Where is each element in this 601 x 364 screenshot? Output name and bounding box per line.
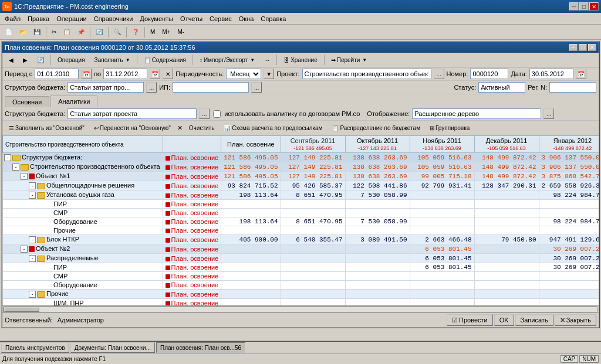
menu-windows[interactable]: Окна — [235, 14, 258, 23]
storage-btn[interactable]: 🗄 Хранение — [279, 54, 322, 66]
doc-restore-btn[interactable]: □ — [579, 44, 587, 51]
import-export-btn[interactable]: ↕ Импорт/Экспорт — [195, 54, 259, 66]
table-row[interactable]: ПИРПлан. освоение — [3, 200, 599, 209]
budget-struct-select-btn[interactable]: ... — [146, 82, 157, 93]
ip-input[interactable] — [173, 82, 249, 93]
periodicity-select[interactable]: Месяц — [226, 69, 261, 79]
expand-icon[interactable]: - — [29, 255, 36, 262]
table-row[interactable]: ПИРПлан. освоение6 053 801.4530 269 007.… — [3, 263, 599, 272]
toolbar-cut-btn[interactable]: ✂ — [49, 26, 59, 39]
post-btn[interactable]: ☑ Провести — [447, 314, 493, 326]
date-calendar-btn[interactable]: 📅 — [576, 69, 586, 79]
period-to-input[interactable] — [103, 69, 147, 79]
table-row[interactable]: -Установка осушки газаПлан. освоение198 … — [3, 190, 599, 200]
toolbar-refresh-btn[interactable]: 🔄 — [93, 26, 106, 39]
menu-reports[interactable]: Отчеты — [177, 14, 206, 23]
calc-scheme-btn[interactable]: 📊 Схема расчета по предпосылкам — [220, 122, 326, 134]
toolbar-m-btn[interactable]: M — [147, 26, 158, 39]
toolbar-open-btn[interactable]: 📂 — [16, 26, 29, 39]
fill-main-btn[interactable]: ☰ Заполнить из "Основной" — [5, 122, 89, 134]
table-row[interactable]: СМРПлан. освоение — [3, 272, 599, 281]
struct-budget-input[interactable] — [67, 108, 197, 119]
tab-analytics[interactable]: Аналитики — [50, 96, 97, 107]
minimize-btn[interactable]: ─ — [569, 2, 579, 11]
toolbar-search-btn[interactable]: 🔍 — [111, 26, 124, 39]
status-input[interactable] — [478, 82, 525, 93]
toolbar-help-btn[interactable]: ❓ — [129, 26, 142, 39]
toolbar-copy-btn[interactable]: 📋 — [60, 26, 73, 39]
table-row[interactable]: -Строительство производственного объекта… — [3, 162, 599, 172]
restore-btn[interactable]: □ — [579, 2, 589, 11]
arrow-btn[interactable]: → — [260, 54, 274, 66]
clear-btn[interactable]: Очистить — [185, 122, 219, 134]
table-row[interactable]: -Объект №2План. освоение6 053 801.4530 2… — [3, 244, 599, 254]
budget-dist-btn[interactable]: 📋 Распределение по бюджетам — [327, 122, 424, 134]
close-btn[interactable]: ✕ — [589, 2, 599, 11]
display-select-btn[interactable]: ... — [543, 108, 554, 119]
toolbar-m-minus-btn[interactable]: M- — [175, 26, 188, 39]
menu-documents[interactable]: Документы — [136, 14, 177, 23]
project-select-btn[interactable]: ... — [434, 69, 444, 79]
budget-struct-input[interactable] — [67, 82, 144, 93]
expand-icon[interactable]: - — [12, 164, 19, 171]
doc-close-btn[interactable]: ✕ — [588, 44, 596, 51]
table-row[interactable]: СМРПлан. освоение — [3, 209, 599, 217]
table-row[interactable]: Ш/М, ПНРПлан. освоение — [3, 299, 599, 306]
table-row[interactable]: -Структура бюджета:План. освоение121 586… — [3, 153, 599, 162]
table-row[interactable]: -Блок НТКРПлан. освоение405 900.006 540 … — [3, 235, 599, 244]
project-input[interactable] — [302, 69, 431, 79]
table-row[interactable]: ОборудованиеПлан. освоение198 113.648 65… — [3, 217, 599, 226]
close-btn[interactable]: ✕ Закрыть — [555, 314, 596, 326]
doc-controls[interactable]: ─ □ ✕ — [569, 44, 596, 51]
doc-forward-btn[interactable]: ▶ — [19, 54, 32, 66]
expand-icon[interactable]: - — [21, 173, 28, 180]
expand-icon[interactable]: - — [29, 236, 36, 243]
table-row[interactable]: ОборудованиеПлан. освоение — [3, 281, 599, 290]
number-input[interactable] — [470, 69, 508, 79]
tab-main[interactable]: Основная — [5, 96, 49, 107]
period-from-calendar-btn[interactable]: 📅 — [81, 69, 92, 79]
table-container[interactable]: Строительство производственного объекта … — [2, 135, 599, 305]
menu-file[interactable]: Файл — [1, 14, 24, 23]
title-controls[interactable]: ─ □ ✕ — [569, 2, 599, 11]
toolbar-save-btn[interactable]: 💾 — [31, 26, 43, 39]
doc-minimize-btn[interactable]: ─ — [569, 44, 578, 51]
expand-icon[interactable]: - — [21, 246, 28, 253]
menu-help[interactable]: Справка — [257, 14, 289, 23]
menu-operations[interactable]: Операции — [53, 14, 90, 23]
toolbar-new-btn[interactable]: 📄 — [2, 26, 15, 39]
analytics-checkbox[interactable] — [213, 110, 221, 118]
table-row[interactable]: ПрочиеПлан. освоение — [3, 226, 599, 235]
save-btn[interactable]: Записать — [515, 314, 553, 326]
move-main-btn[interactable]: ↩ Перенести на "Основную" — [90, 122, 175, 134]
grouping-btn[interactable]: ⊞ Группировка — [426, 122, 474, 134]
go-btn[interactable]: ➡ Перейти — [327, 54, 372, 66]
ok-btn[interactable]: OK — [494, 314, 514, 326]
expand-icon[interactable]: - — [4, 154, 11, 161]
ip-select-btn[interactable]: ... — [251, 82, 262, 93]
reg-n-input[interactable] — [549, 82, 596, 93]
table-row[interactable]: -Объект №1План. освоение121 586 495.0512… — [3, 172, 599, 181]
struct-budget-select-btn[interactable]: ... — [199, 108, 210, 119]
display-input[interactable] — [412, 108, 541, 119]
table-row[interactable]: -ПрочиеПлан. освоение — [3, 290, 599, 299]
doc-refresh-btn[interactable]: 🔄 — [33, 54, 48, 66]
expand-icon[interactable]: - — [29, 192, 36, 199]
date-input[interactable] — [529, 69, 573, 79]
expand-icon[interactable]: - — [29, 291, 36, 298]
menu-directories[interactable]: Справочники — [90, 14, 137, 23]
period-to-calendar-btn[interactable]: 📅 — [150, 69, 160, 79]
toolbar-paste-btn[interactable]: 📌 — [75, 26, 87, 39]
toolbar-m-plus-btn[interactable]: M+ — [159, 26, 173, 39]
menu-edit[interactable]: Правка — [24, 14, 53, 23]
periodicity-btn[interactable]: ▼ — [264, 69, 274, 79]
contents-btn[interactable]: 📋 Содержания — [140, 54, 190, 66]
doc-back-btn[interactable]: ◀ — [5, 54, 18, 66]
operation-btn[interactable]: Операция — [53, 54, 89, 66]
period-from-input[interactable] — [35, 69, 79, 79]
fill-btn[interactable]: Заполнить — [90, 54, 134, 66]
horizontal-scrollbar[interactable] — [2, 305, 599, 312]
expand-icon[interactable]: - — [29, 182, 36, 189]
table-row[interactable]: -РаспределяемыеПлан. освоение6 053 801.4… — [3, 254, 599, 263]
table-row[interactable]: -Общеплощадочные решенияПлан. освоение93… — [3, 181, 599, 190]
